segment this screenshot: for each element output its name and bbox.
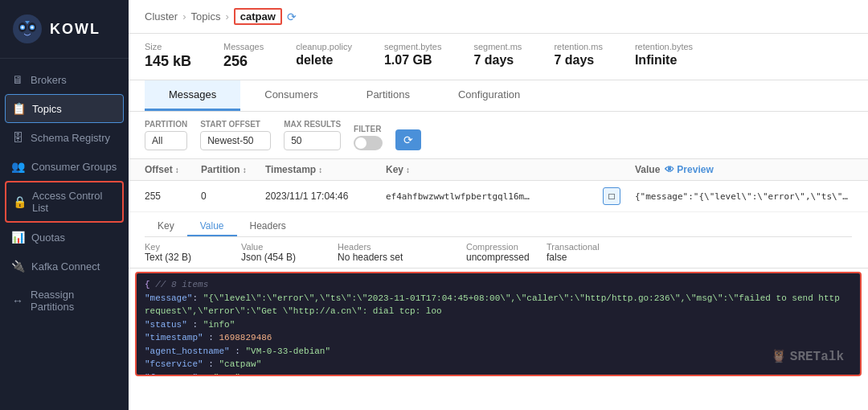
search-button[interactable]: ⟳ [395,129,421,150]
stat-messages-value: 256 [223,53,264,70]
preview-link[interactable]: 👁 Preview [665,164,713,175]
sidebar-item-label: Kafka Connect [31,260,100,273]
partition-select[interactable]: All [145,131,187,150]
table-header: Offset ↕ Partition ↕ Timestamp ↕ Key ↕ V… [129,159,868,181]
json-key-status: "status" [145,320,187,330]
sidebar-item-consumer-groups[interactable]: 👥 Consumer Groups [0,152,129,181]
owl-logo [11,13,43,45]
stat-segment-ms: segment.ms 7 days [473,42,522,70]
th-expand [603,164,635,175]
expand-button[interactable]: □ [603,187,620,205]
stat-ret-bytes-value: Infinite [635,53,693,68]
breadcrumb-sep1: › [182,10,186,23]
svg-point-0 [13,14,42,43]
stat-messages-label: Messages [223,42,264,51]
stat-cleanup-label: cleanup.policy [296,42,352,51]
sidebar-item-topics[interactable]: 📋 Topics [5,94,124,123]
stat-ret-ms-label: retention.ms [554,42,603,51]
watermark-text: SRETalk [790,347,844,367]
json-key-hostname: "agent_hostname" [145,346,230,356]
json-comment: // 8 items [155,280,208,289]
filter-toggle[interactable] [354,136,383,150]
json-open-brace: { [145,280,150,289]
td-timestamp: 2023/11/1 17:04:46 [265,191,386,202]
max-results-select[interactable]: 50 [284,131,341,150]
sidebar: KOWL 🖥 Brokers 📋 Topics 🗄 Schema Registr… [0,0,129,410]
filter-toggle-switch[interactable] [354,136,383,150]
reassign-icon: ↔ [11,294,24,307]
json-area: { // 8 items "message": "{\"level\":\"er… [135,272,862,376]
stat-seg-bytes-label: segment.bytes [384,42,442,51]
stat-size-label: Size [145,42,191,51]
start-offset-filter: START OFFSET Newest-50 [200,120,271,150]
sidebar-item-kafka-connect[interactable]: 🔌 Kafka Connect [0,252,129,281]
th-partition: Partition ↕ [201,164,265,175]
sub-tab-key[interactable]: Key [145,217,187,236]
filter-group: FILTER [354,125,383,150]
table-row: 255 0 2023/11/1 17:04:46 ef4ahfbwzwwtlwf… [129,181,868,212]
stat-messages: Messages 256 [223,42,264,70]
consumer-groups-icon: 👥 [11,160,25,173]
max-results-filter: MAX RESULTS 50 [284,120,341,150]
sub-key-value: Text (32 B) [145,252,241,263]
stats-row: Size 145 kB Messages 256 cleanup.policy … [129,34,868,80]
sidebar-item-brokers[interactable]: 🖥 Brokers [0,65,129,94]
sidebar-item-label: Brokers [31,74,67,86]
filter-label: FILTER [354,125,383,133]
sub-comp-label: Compression [466,242,547,252]
stat-seg-ms-value: 7 days [473,53,522,68]
watermark: 🦉 SRETalk [771,347,844,367]
refresh-icon[interactable]: ⟳ [287,10,297,23]
tab-consumers[interactable]: Consumers [240,80,342,111]
sidebar-item-label: Topics [32,103,62,115]
sidebar-item-quotas[interactable]: 📊 Quotas [0,223,129,252]
sidebar-item-schema-registry[interactable]: 🗄 Schema Registry [0,123,129,152]
stat-seg-ms-label: segment.ms [473,42,522,51]
breadcrumb-cluster[interactable]: Cluster [145,10,178,23]
partition-filter: PARTITION All [145,120,187,150]
td-partition: 0 [201,191,265,202]
sidebar-item-label: Consumer Groups [31,161,117,173]
svg-point-5 [22,27,24,29]
sidebar-item-label: Reassign Partitions [31,289,117,313]
json-val-fcsource: "app" [214,373,240,377]
sub-tabs: Key Value Headers [145,217,852,237]
th-value: Value 👁 Preview [635,164,852,175]
sub-hdr-value: No headers set [338,252,466,263]
sidebar-item-label: Access Control List [32,190,116,214]
breadcrumb-topics[interactable]: Topics [191,10,221,23]
stat-cleanup-value: delete [296,53,352,68]
sub-key-label: Key [145,242,241,252]
td-expand: □ [603,187,635,205]
stat-ret-ms-value: 7 days [554,53,603,68]
toggle-knob [355,137,366,149]
svg-point-6 [31,27,34,29]
json-val-status: "info" [203,320,235,330]
sub-info-compression: Compression uncompressed [466,242,547,263]
th-key: Key ↕ [386,164,603,175]
json-val-fcservice: "catpaw" [219,359,261,369]
start-offset-select[interactable]: Newest-50 [200,131,271,150]
tab-configuration[interactable]: Configuration [434,80,544,111]
sidebar-item-reassign-partitions[interactable]: ↔ Reassign Partitions [0,281,129,321]
main-content: Cluster › Topics › catpaw ⟳ Size 145 kB … [129,0,868,410]
partition-label: PARTITION [145,120,187,129]
json-key-message: "message" [145,293,192,303]
sub-tab-value[interactable]: Value [187,217,237,236]
td-value: {"message":"{\"level\":\"error\",\"ts\":… [635,191,852,202]
table-container: Offset ↕ Partition ↕ Timestamp ↕ Key ↕ V… [129,159,868,410]
sub-tab-headers[interactable]: Headers [237,217,299,236]
sub-val-value: Json (454 B) [241,252,338,263]
stat-segment-bytes: segment.bytes 1.07 GB [384,42,442,70]
sidebar-nav: 🖥 Brokers 📋 Topics 🗄 Schema Registry 👥 C… [0,59,129,410]
json-val-hostname: "VM-0-33-debian" [245,346,330,356]
stat-seg-bytes-value: 1.07 GB [384,53,442,68]
tab-messages[interactable]: Messages [145,80,240,111]
sub-info-headers: Headers No headers set [338,242,466,263]
tabs-bar: Messages Consumers Partitions Configurat… [129,80,868,112]
start-offset-label: START OFFSET [200,120,271,129]
kafka-connect-icon: 🔌 [11,260,25,273]
sub-txn-label: Transactional [547,242,627,252]
sidebar-item-access-control-list[interactable]: 🔒 Access Control List [5,181,124,223]
tab-partitions[interactable]: Partitions [342,80,434,111]
